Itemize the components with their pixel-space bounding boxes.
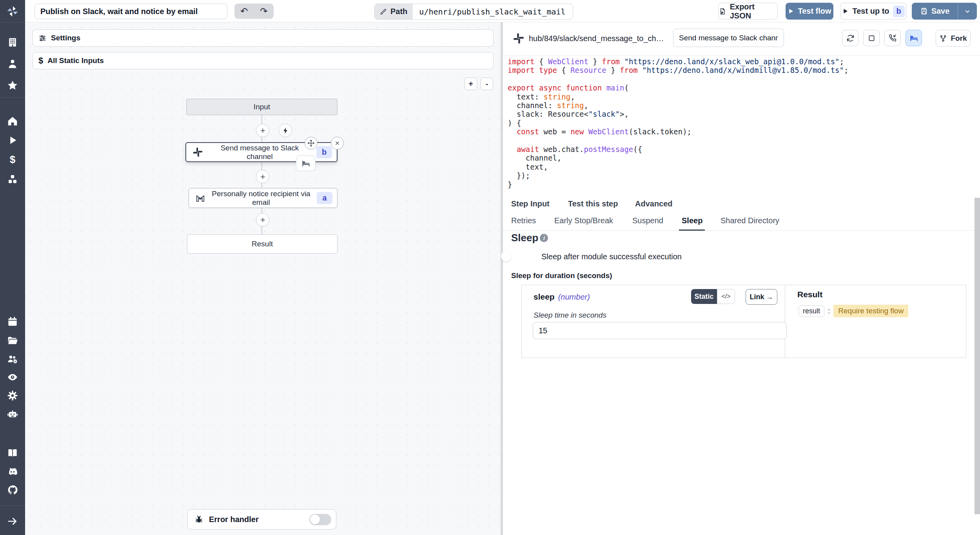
bed-icon <box>909 34 918 43</box>
path-value: u/henri/publish_slack_wait_mail <box>419 7 565 16</box>
sleep-duration-label: Sleep for duration (seconds) <box>511 271 612 280</box>
flow-static-inputs-row[interactable]: $ All Static Inputs <box>33 52 494 69</box>
sleep-icon-button[interactable] <box>906 30 922 46</box>
move-step-handle[interactable] <box>305 137 318 150</box>
insert-step-button[interactable] <box>256 213 269 226</box>
flow-node-email-step[interactable]: Personally notice recipient via email a <box>189 188 338 208</box>
tab-suspend[interactable]: Suspend <box>632 216 663 225</box>
fork-button[interactable]: Fork <box>936 30 971 47</box>
insert-trigger-button[interactable] <box>279 124 292 137</box>
flow-node-input[interactable]: Input <box>186 99 338 115</box>
tab-shared-directory[interactable]: Shared Directory <box>720 216 779 225</box>
save-icon <box>920 7 928 15</box>
error-handler-row[interactable]: Error handler <box>187 509 336 530</box>
redo-icon[interactable]: ↷ <box>260 6 267 16</box>
vertical-scrollbar[interactable] <box>975 198 980 514</box>
active-tab-underline <box>679 230 705 231</box>
sleep-toggle-label: Sleep after module successful execution <box>541 252 682 261</box>
dollar-icon[interactable]: $ <box>7 154 18 165</box>
zoom-out-label: - <box>486 80 488 89</box>
building-icon[interactable] <box>7 36 18 48</box>
sidebar-divider <box>0 97 25 98</box>
secondary-tabbar: Retries Early Stop/Break Suspend Sleep S… <box>503 213 980 231</box>
gmail-icon <box>195 193 205 203</box>
path-input[interactable]: u/henri/publish_slack_wait_mail <box>413 7 572 16</box>
suspend-icon-button[interactable] <box>884 30 901 46</box>
flow-node-input-label: Input <box>254 103 270 111</box>
gear-icon[interactable] <box>7 390 18 401</box>
user-group-gear-icon[interactable] <box>7 353 18 365</box>
flow-node-result[interactable]: Result <box>187 234 338 254</box>
input-mode-toggle: Static </> <box>691 289 735 304</box>
delete-step-button[interactable] <box>331 137 344 150</box>
property-name: sleep <box>534 292 555 302</box>
step-summary-input[interactable]: Send message to Slack channel <box>673 29 784 47</box>
path-edit-button[interactable]: Path <box>375 4 413 19</box>
step-summary-value: Send message to Slack channel <box>679 34 778 42</box>
step-id-badge: b <box>893 5 905 17</box>
result-separator: : <box>828 307 830 315</box>
tab-test-this-step[interactable]: Test this step <box>568 199 618 208</box>
export-json-button[interactable]: Export JSON <box>718 3 778 20</box>
sidebar: $ <box>0 0 25 535</box>
code-mode-button[interactable]: </> <box>717 289 735 304</box>
link-button[interactable]: Link → <box>746 289 777 305</box>
test-up-to-label: Test up to <box>852 7 889 16</box>
folder-icon[interactable] <box>7 334 18 346</box>
save-button[interactable]: Save <box>912 3 958 19</box>
sleep-indicator-chip[interactable] <box>296 155 316 171</box>
discord-icon[interactable] <box>7 466 18 477</box>
cubes-icon[interactable] <box>7 174 18 185</box>
plus-icon <box>259 216 267 224</box>
book-icon[interactable] <box>7 447 18 459</box>
early-stop-icon-button[interactable] <box>863 30 880 46</box>
github-icon[interactable] <box>7 484 18 496</box>
undo-icon[interactable]: ↶ <box>240 6 248 16</box>
user-icon[interactable] <box>7 58 18 70</box>
info-icon[interactable]: i <box>540 234 548 242</box>
hub-script-path[interactable]: hub/849/slack/send_message_to_ch… <box>529 34 664 43</box>
eye-icon[interactable] <box>7 371 18 383</box>
close-icon <box>334 139 341 147</box>
robot-icon[interactable] <box>7 408 18 420</box>
slack-icon <box>513 33 524 44</box>
tab-retries[interactable]: Retries <box>511 216 536 225</box>
error-handler-label: Error handler <box>209 515 259 524</box>
step-id-badge: a <box>317 192 332 204</box>
flow-static-inputs-label: All Static Inputs <box>47 56 104 65</box>
zoom-in-button[interactable]: + <box>465 78 477 90</box>
sleep-input-description: Sleep time in seconds <box>534 311 606 320</box>
code-editor[interactable]: import { WebClient } from "https://deno.… <box>508 57 848 189</box>
star-icon[interactable] <box>7 80 18 91</box>
sliders-icon <box>38 34 47 42</box>
tab-step-input[interactable]: Step Input <box>511 199 550 208</box>
calendar-icon[interactable] <box>7 316 18 327</box>
error-handler-toggle[interactable] <box>309 514 331 525</box>
test-up-to-button[interactable]: Test up to b <box>840 3 906 20</box>
lightning-icon <box>282 127 289 134</box>
insert-step-button[interactable] <box>256 170 269 183</box>
save-dropdown-button[interactable] <box>958 3 976 19</box>
flow-title-input[interactable]: Publish on Slack, wait and notice by ema… <box>34 4 227 19</box>
arrow-right-icon[interactable] <box>7 515 18 527</box>
home-icon[interactable] <box>7 115 18 127</box>
windmill-logo[interactable] <box>6 5 19 18</box>
static-mode-button[interactable]: Static <box>691 289 717 304</box>
flow-settings-row[interactable]: Settings <box>33 29 494 47</box>
insert-step-button[interactable] <box>256 124 269 137</box>
sidebar-divider <box>0 22 25 23</box>
tab-sleep[interactable]: Sleep <box>682 216 702 225</box>
step-id-badge: b <box>316 146 332 158</box>
export-json-label: Export JSON <box>730 2 777 20</box>
zoom-out-button[interactable]: - <box>481 78 493 90</box>
tab-advanced[interactable]: Advanced <box>635 199 673 208</box>
play-icon[interactable] <box>7 134 18 146</box>
retries-icon-button[interactable] <box>842 30 858 46</box>
flow-settings-label: Settings <box>51 34 80 42</box>
sleep-seconds-input[interactable]: 15 <box>533 322 787 339</box>
header-divider <box>503 55 980 56</box>
pencil-icon <box>379 8 387 16</box>
tab-early-stop-break[interactable]: Early Stop/Break <box>554 216 613 225</box>
test-flow-button[interactable]: Test flow <box>786 3 833 20</box>
bed-icon <box>301 159 310 168</box>
